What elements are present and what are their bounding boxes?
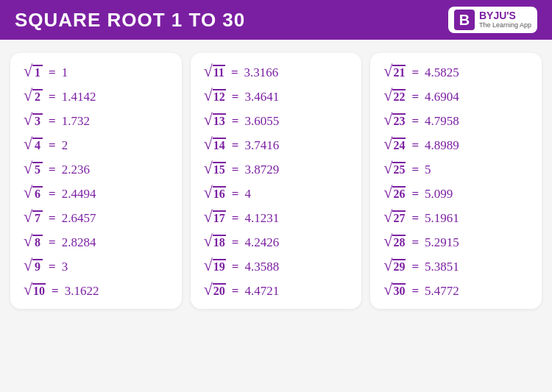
sqrt-symbol: √7	[24, 209, 43, 225]
equals-sign: =	[411, 260, 419, 274]
equals-sign: =	[49, 114, 56, 129]
sqrt-symbol: √25	[383, 160, 406, 177]
sqrt-value: 4.4721	[244, 284, 279, 299]
sqrt-symbol: √21	[383, 63, 406, 79]
sqrt-symbol: √12	[204, 88, 226, 104]
logo-text: BYJU'S The Learning App	[479, 10, 531, 29]
sqrt-symbol: √3	[24, 112, 43, 128]
sqrt-symbol: √27	[383, 209, 406, 225]
sqrt-symbol: √17	[204, 209, 226, 225]
sqrt-row: √25 = 5	[383, 160, 528, 177]
sqrt-value: 2	[62, 138, 68, 153]
equals-sign: =	[49, 138, 56, 153]
card-col-3: √21 = 4.5825 √22 = 4.6904 √23 = 4.7958 √…	[370, 53, 542, 309]
sqrt-value: 2.6457	[62, 211, 96, 226]
sqrt-symbol: √26	[383, 185, 406, 201]
sqrt-value: 4.8989	[425, 138, 459, 153]
sqrt-symbol: √16	[204, 185, 226, 201]
sqrt-symbol: √2	[24, 88, 43, 104]
sqrt-symbol: √13	[204, 112, 226, 128]
sqrt-value: 1.732	[62, 114, 90, 129]
equals-sign: =	[231, 65, 238, 80]
sqrt-row: √27 = 5.1961	[383, 209, 528, 226]
sqrt-symbol: √30	[383, 282, 406, 298]
sqrt-row: √18 = 4.2426	[204, 233, 349, 250]
sqrt-value: 3.6055	[244, 114, 279, 129]
sqrt-symbol: √22	[383, 88, 406, 104]
content-area: √1 = 1 √2 = 1.4142 √3 = 1.732 √4 = 2 √5	[0, 40, 552, 322]
sqrt-value: 2.4494	[62, 187, 96, 202]
sqrt-symbol: √6	[24, 185, 43, 201]
equals-sign: =	[411, 187, 419, 202]
sqrt-value: 4.5825	[425, 65, 459, 80]
sqrt-value: 4.1231	[244, 211, 279, 226]
sqrt-row: √16 = 4	[204, 185, 349, 202]
sqrt-value: 5.099	[425, 187, 453, 202]
sqrt-symbol: √4	[24, 136, 43, 152]
sqrt-row: √17 = 4.1231	[204, 209, 349, 226]
sqrt-row: √14 = 3.7416	[204, 136, 349, 153]
sqrt-value: 4.3588	[244, 260, 279, 274]
card-col-1: √1 = 1 √2 = 1.4142 √3 = 1.732 √4 = 2 √5	[10, 53, 182, 309]
sqrt-row: √2 = 1.4142	[24, 88, 169, 104]
equals-sign: =	[411, 65, 419, 80]
sqrt-value: 1	[62, 65, 68, 80]
equals-sign: =	[232, 138, 239, 153]
sqrt-row: √12 = 3.4641	[204, 88, 349, 104]
sqrt-symbol: √28	[383, 233, 406, 249]
equals-sign: =	[49, 65, 56, 80]
sqrt-row: √9 = 3	[24, 257, 169, 274]
sqrt-symbol: √5	[24, 160, 43, 177]
sqrt-symbol: √24	[383, 136, 406, 152]
equals-sign: =	[411, 90, 419, 104]
sqrt-symbol: √11	[204, 63, 225, 79]
sqrt-value: 4.6904	[425, 90, 459, 104]
sqrt-value: 3.3166	[244, 65, 279, 80]
sqrt-row: √29 = 5.3851	[383, 257, 528, 274]
sqrt-row: √26 = 5.099	[383, 185, 528, 202]
equals-sign: =	[411, 114, 419, 129]
equals-sign: =	[49, 260, 56, 274]
sqrt-symbol: √23	[383, 112, 406, 128]
sqrt-symbol: √15	[204, 160, 226, 177]
page-title: SQUARE ROOT 1 TO 30	[15, 9, 245, 32]
logo-b-icon: B	[454, 10, 475, 30]
header: SQUARE ROOT 1 TO 30 B BYJU'S The Learnin…	[0, 0, 552, 40]
sqrt-row: √21 = 4.5825	[383, 63, 528, 80]
sqrt-symbol: √10	[24, 282, 46, 298]
sqrt-value: 5.3851	[425, 260, 459, 274]
sqrt-row: √15 = 3.8729	[204, 160, 349, 177]
sqrt-symbol: √29	[383, 257, 406, 274]
sqrt-symbol: √18	[204, 233, 226, 249]
equals-sign: =	[232, 284, 239, 299]
sqrt-value: 5.1961	[425, 211, 459, 226]
logo-name: BYJU'S	[479, 10, 531, 21]
sqrt-value: 3	[62, 260, 68, 274]
sqrt-value: 4	[244, 187, 251, 202]
sqrt-row: √5 = 2.236	[24, 160, 169, 177]
sqrt-row: √8 = 2.8284	[24, 233, 169, 250]
sqrt-row: √20 = 4.4721	[204, 282, 349, 299]
equals-sign: =	[411, 211, 419, 226]
equals-sign: =	[49, 90, 56, 104]
equals-sign: =	[49, 187, 56, 202]
sqrt-value: 3.4641	[244, 90, 279, 104]
equals-sign: =	[49, 235, 56, 250]
sqrt-row: √30 = 5.4772	[383, 282, 528, 299]
equals-sign: =	[232, 163, 239, 177]
sqrt-row: √24 = 4.8989	[383, 136, 528, 153]
sqrt-symbol: √8	[24, 233, 43, 249]
sqrt-row: √13 = 3.6055	[204, 112, 349, 129]
sqrt-value: 2.8284	[62, 235, 96, 250]
sqrt-symbol: √9	[24, 257, 43, 274]
sqrt-value: 2.236	[62, 163, 90, 177]
sqrt-row: √1 = 1	[24, 63, 169, 80]
sqrt-row: √10 = 3.1622	[24, 282, 169, 299]
logo-sub: The Learning App	[479, 22, 531, 29]
sqrt-value: 4.7958	[425, 114, 459, 129]
sqrt-row: √3 = 1.732	[24, 112, 169, 129]
sqrt-value: 3.1622	[65, 284, 99, 299]
equals-sign: =	[49, 163, 56, 177]
equals-sign: =	[232, 235, 239, 250]
sqrt-symbol: √1	[24, 63, 43, 79]
